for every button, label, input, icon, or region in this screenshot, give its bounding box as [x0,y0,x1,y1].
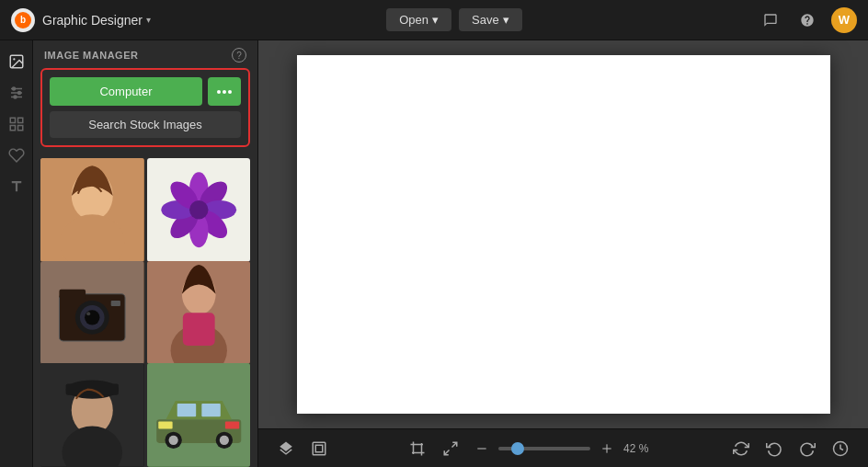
bottom-center: 42 % [339,436,721,461]
open-label: Open [399,13,428,27]
list-item[interactable] [147,363,251,467]
svg-point-5 [12,87,15,90]
svg-point-1 [13,58,15,60]
svg-rect-52 [313,442,326,455]
minus-icon [475,442,488,455]
undo-button[interactable] [761,436,787,461]
frame-button[interactable] [306,436,332,461]
heart-icon [8,147,25,164]
search-stock-button[interactable]: Search Stock Images [50,111,241,138]
svg-point-31 [86,312,90,315]
svg-point-47 [168,436,177,445]
chat-icon-btn[interactable] [758,7,783,33]
svg-rect-44 [177,404,195,416]
image-grid [33,154,257,467]
list-item[interactable] [40,261,144,365]
layers-button[interactable] [273,436,299,461]
svg-rect-45 [201,404,220,416]
help-icon [800,13,815,28]
fit-button[interactable] [728,436,754,461]
panel-help-icon[interactable]: ? [232,48,246,63]
svg-point-7 [14,96,17,98]
sidebar-item-grid[interactable] [3,110,30,138]
svg-rect-10 [10,126,15,131]
zoom-in-button[interactable] [596,438,618,460]
svg-rect-11 [17,126,22,131]
grid-icon [8,116,25,132]
header-center: Open ▾ Save ▾ [151,8,758,31]
crop-icon [409,440,426,457]
svg-rect-8 [10,118,15,122]
sidebar-item-image[interactable] [3,48,30,75]
upload-section: Computer Search Stock Images [40,68,250,147]
bottom-left [273,436,332,461]
header: b Graphic Designer ▾ Open ▾ Save ▾ W [0,0,868,40]
list-item[interactable] [147,261,251,365]
help-icon-btn[interactable] [794,7,820,33]
header-right: W [758,7,857,33]
sidebar-item-sliders[interactable] [3,79,30,107]
redo-icon [799,440,816,457]
svg-point-6 [17,92,20,95]
undo-icon [766,440,782,457]
svg-rect-53 [315,445,323,452]
clock-icon [832,440,849,457]
crop-button[interactable] [405,436,430,461]
svg-rect-36 [182,313,214,346]
svg-rect-32 [111,301,120,306]
save-button[interactable]: Save ▾ [459,8,522,31]
sidebar-item-text[interactable] [3,173,30,200]
svg-rect-9 [17,118,22,122]
computer-button[interactable]: Computer [50,77,202,106]
zoom-controls: 42 % [471,438,656,460]
left-panel: IMAGE MANAGER ? Computer Search Stock Im… [33,40,258,467]
expand-button[interactable] [438,436,463,461]
upload-row: Computer [50,77,241,106]
history-button[interactable] [828,436,853,461]
svg-line-54 [452,442,457,447]
logo-inner: b [15,12,31,28]
more-options-button[interactable] [208,77,241,106]
list-item[interactable] [40,363,144,467]
app-title-label: Graphic Designer [42,13,143,28]
svg-point-49 [219,436,228,445]
canvas-area: 42 % [258,40,868,467]
open-chevron-icon: ▾ [432,13,439,27]
fit-icon [733,440,749,457]
svg-rect-58 [606,444,607,452]
main: IMAGE MANAGER ? Computer Search Stock Im… [0,40,868,467]
svg-point-30 [85,310,99,325]
zoom-slider[interactable] [498,447,590,450]
bottom-right [728,436,853,461]
layers-icon [278,440,294,457]
text-icon [8,178,25,195]
image-icon [8,53,25,70]
frame-icon [311,440,327,457]
svg-line-55 [444,450,449,454]
list-item[interactable] [40,158,144,262]
icon-sidebar [0,40,33,467]
svg-rect-50 [158,422,172,429]
save-chevron-icon: ▾ [503,13,509,27]
panel-header: IMAGE MANAGER ? [33,40,257,68]
panel-title: IMAGE MANAGER [44,50,138,61]
expand-icon [442,440,459,457]
avatar[interactable]: W [831,7,857,33]
list-item[interactable] [147,158,251,262]
redo-button[interactable] [794,436,820,461]
more-dots-icon [217,90,232,94]
sidebar-item-heart[interactable] [3,142,30,169]
logo[interactable]: b [11,8,35,32]
open-button[interactable]: Open ▾ [386,8,451,31]
sliders-icon [8,85,25,101]
canvas[interactable] [297,55,830,414]
zoom-percent: 42 % [623,442,656,455]
svg-rect-56 [477,448,485,449]
svg-point-24 [189,200,208,219]
zoom-out-button[interactable] [471,438,493,460]
app-title[interactable]: Graphic Designer ▾ [42,13,151,28]
plus-icon [600,442,613,455]
canvas-wrapper [258,40,868,428]
save-label: Save [472,13,499,27]
svg-rect-51 [224,422,238,429]
